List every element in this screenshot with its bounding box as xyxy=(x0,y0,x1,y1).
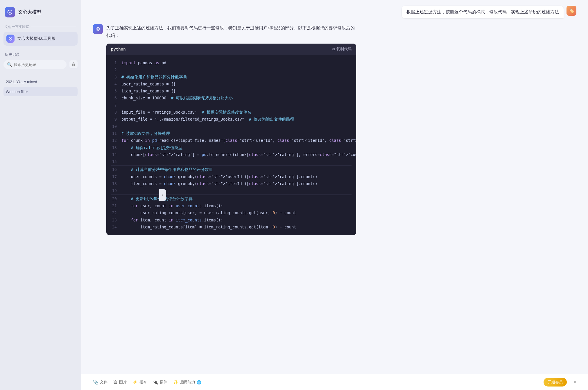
ai-avatar xyxy=(93,24,103,34)
code-line: 17 user_counts = chunk.groupby(class="st… xyxy=(111,173,352,180)
code-line: 15 xyxy=(111,158,352,165)
ai-intro-text: 为了正确实现上述的过滤方法，我们需要对代码进行一些修改，特别是关于过滤用户和物品… xyxy=(106,24,356,39)
code-line: 14 chunk[class="str">'rating'] = pd.to_n… xyxy=(111,151,352,158)
svg-point-4 xyxy=(97,28,99,30)
model-icon xyxy=(6,35,15,43)
tool-plugin[interactable]: 🔌 插件 xyxy=(153,380,167,385)
line-number: 10 xyxy=(111,123,117,130)
copy-icon: ⧉ xyxy=(332,47,335,51)
line-number: 5 xyxy=(111,87,117,94)
code-line: 3# 初始化用户和物品的评分计数字典 xyxy=(111,74,352,80)
file-icon: 📎 xyxy=(93,380,98,385)
line-content: for item, count in item_counts.items(): xyxy=(121,217,223,223)
model-item[interactable]: 文心大模型4.0工具版 xyxy=(3,32,78,46)
history-label: 历史记录 xyxy=(3,47,78,60)
code-line: 9output_file = "../amazon/filtered_ratin… xyxy=(111,116,352,123)
code-line: 24 item_rating_counts[item] = item_ratin… xyxy=(111,223,352,230)
line-number: 14 xyxy=(111,151,117,158)
line-number: 11 xyxy=(111,130,117,137)
code-line: 1import pandas as pd xyxy=(111,59,352,66)
user-message: 根据上述过滤方法，按照这个代码的样式，修改代码，实现上述所说的过滤方法 🏷️ xyxy=(93,6,576,18)
line-content: import pandas as pd xyxy=(121,59,166,66)
line-number: 21 xyxy=(111,202,117,209)
chat-area: 根据上述过滤方法，按照这个代码的样式，修改代码，实现上述所说的过滤方法 🏷️ 为… xyxy=(81,0,588,374)
search-history-container: 🔍 xyxy=(3,60,67,69)
line-number: 22 xyxy=(111,209,117,216)
section-label: 文心一言实验室 xyxy=(3,23,78,32)
tool-file-label: 文件 xyxy=(100,380,107,385)
line-number: 8 xyxy=(111,109,117,116)
history-list: 2021_YU_A mixed ⤴ We then filter ⤴ xyxy=(3,77,78,97)
copy-label: 复制代码 xyxy=(336,46,352,52)
ai-message: 为了正确实现上述的过滤方法，我们需要对代码进行一些修改，特别是关于过滤用户和物品… xyxy=(93,24,576,235)
user-avatar: 🏷️ xyxy=(567,6,576,16)
line-content: # 读取CSV文件，分块处理 xyxy=(121,130,170,137)
main-area: 根据上述过滤方法，按照这个代码的样式，修改代码，实现上述所说的过滤方法 🏷️ 为… xyxy=(81,0,588,390)
code-line: 16 # 计算当前分块中每个用户和物品的评分数量 xyxy=(111,166,352,173)
line-number: 9 xyxy=(111,116,117,123)
line-content: # 更新用户和物品的评分计数字典 xyxy=(121,195,193,202)
sidebar: 文心大模型 文心一言实验室 文心大模型4.0工具版 历史记录 🔍 🗑 2021_… xyxy=(0,0,81,390)
code-line: 8input_file = 'ratings_Books.csv' # 根据实际… xyxy=(111,109,352,116)
line-number: 1 xyxy=(111,59,117,66)
code-line: 2 xyxy=(111,66,352,73)
code-line: 11# 读取CSV文件，分块处理 xyxy=(111,130,352,137)
line-content: chunk[class="str">'rating'] = pd.to_nume… xyxy=(121,151,356,158)
history-item[interactable]: 2021_YU_A mixed ⤴ xyxy=(3,77,78,86)
line-content: for user, count in user_counts.items(): xyxy=(121,202,223,209)
history-item[interactable]: We then filter ⤴ xyxy=(3,87,78,96)
line-number: 23 xyxy=(111,217,117,223)
bottom-bar: 📎 文件 🖼 图片 ⚡ 指令 🔌 插件 ✨ 启用能力 🌐 开通会员 × xyxy=(81,374,588,390)
tool-ability[interactable]: ✨ 启用能力 🌐 xyxy=(173,380,201,385)
collapse-sidebar-button[interactable]: ‹ xyxy=(159,189,166,201)
tool-image[interactable]: 🖼 图片 xyxy=(113,380,127,385)
code-line: 18 item_counts = chunk.groupby(class="st… xyxy=(111,180,352,187)
line-content: item_rating_counts[item] = item_rating_c… xyxy=(121,223,296,230)
svg-point-2 xyxy=(10,38,11,39)
line-content: # 计算当前分块中每个用户和物品的评分数量 xyxy=(121,166,213,173)
line-content: item_rating_counts = {} xyxy=(121,87,176,94)
search-icon: 🔍 xyxy=(7,62,12,67)
code-line: 5item_rating_counts = {} xyxy=(111,87,352,94)
line-number: 4 xyxy=(111,80,117,87)
line-number: 2 xyxy=(111,66,117,73)
delete-history-button[interactable]: 🗑 xyxy=(69,60,78,68)
user-message-text: 根据上述过滤方法，按照这个代码的样式，修改代码，实现上述所说的过滤方法 xyxy=(406,9,559,14)
line-number: 7 xyxy=(111,102,117,109)
ability-icon: ✨ xyxy=(173,380,179,385)
tool-file[interactable]: 📎 文件 xyxy=(93,380,107,385)
image-icon: 🖼 xyxy=(113,380,118,385)
history-item-text: We then filter xyxy=(6,90,28,94)
line-content: for chunk in pd.read_csv(input_file, nam… xyxy=(121,137,356,144)
line-content: # 确保rating列是数值类型 xyxy=(121,144,182,151)
line-number: 19 xyxy=(111,187,117,194)
history-item-text: 2021_YU_A mixed xyxy=(6,80,37,84)
vip-button[interactable]: 开通会员 xyxy=(544,378,567,387)
code-language-label: python xyxy=(111,47,126,51)
vip-close-button[interactable]: × xyxy=(574,380,576,385)
app-title: 文心大模型 xyxy=(18,9,41,15)
line-content: user_counts = chunk.groupby(class="str">… xyxy=(121,173,318,180)
line-number: 17 xyxy=(111,173,117,180)
code-line: 4user_rating_counts = {} xyxy=(111,80,352,87)
copy-code-button[interactable]: ⧉ 复制代码 xyxy=(332,46,352,52)
line-content: user_rating_counts = {} xyxy=(121,80,176,87)
line-number: 15 xyxy=(111,158,117,165)
line-content: item_counts = chunk.groupby(class="str">… xyxy=(121,180,318,187)
line-content: chunk_size = 100000 # 可以根据实际情况调整分块大小 xyxy=(121,94,233,101)
earth-icon: 🌐 xyxy=(197,380,201,384)
search-input[interactable] xyxy=(14,62,63,67)
code-line: 22 user_rating_counts[user] = user_ratin… xyxy=(111,209,352,216)
tool-image-label: 图片 xyxy=(119,380,127,385)
code-line: 7 xyxy=(111,102,352,109)
line-number: 24 xyxy=(111,223,117,230)
line-number: 6 xyxy=(111,94,117,101)
line-number: 3 xyxy=(111,74,117,80)
tool-command[interactable]: ⚡ 指令 xyxy=(132,380,147,385)
code-body: 1import pandas as pd23# 初始化用户和物品的评分计数字典4… xyxy=(106,55,356,235)
code-line: 12for chunk in pd.read_csv(input_file, n… xyxy=(111,137,352,144)
tool-command-label: 指令 xyxy=(139,380,147,385)
code-line: 6chunk_size = 100000 # 可以根据实际情况调整分块大小 xyxy=(111,94,352,101)
code-line: 21 for user, count in user_counts.items(… xyxy=(111,202,352,209)
line-content: input_file = 'ratings_Books.csv' # 根据实际情… xyxy=(121,109,251,116)
